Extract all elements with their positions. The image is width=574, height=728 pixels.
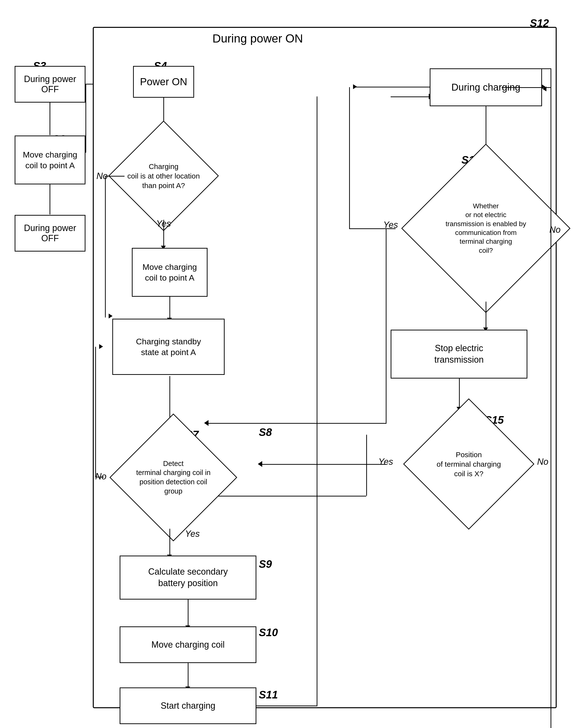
s5-diamond-text: Chargingcoil is at other locationthan po… [127, 162, 200, 190]
arrowhead-s15-yes-to-s7 [258, 461, 262, 467]
arrowhead-s5-no-right [109, 314, 113, 318]
arrow-s9-down [188, 600, 189, 626]
arrow-s3-right [85, 84, 93, 84]
stop-electric-text: Stop electrictransmission [434, 342, 484, 366]
during-power-off-top-box: During power OFF [15, 66, 85, 103]
start-charging-box: Start charging [120, 687, 256, 724]
arrow-s11-right [256, 705, 317, 706]
arrow-yes-to-charging [353, 87, 430, 87]
arrow-s5-no-down [105, 176, 106, 318]
arrow-s3-down [85, 84, 86, 153]
move-coil-s6-box: Move chargingcoil to point A [132, 248, 208, 297]
s7-diamond-text: Detectterminal charging coil inposition … [134, 459, 212, 496]
arrow-s6-down [169, 297, 170, 319]
power-on-text: Power ON [140, 76, 187, 88]
s7-yes-label: Yes [185, 529, 200, 539]
arrow-s15-no-left [366, 435, 367, 496]
move-coil-left-box: Move chargingcoil to point A [15, 135, 85, 185]
arrow-s5-yes-down [163, 220, 164, 247]
arrow-s13-yes-left [349, 228, 396, 229]
during-power-off-bottom-box: During power OFF [15, 215, 85, 251]
arrow-s15-no-top-h [486, 68, 550, 69]
arrow-s11-up [317, 96, 317, 706]
arrow-s7-no-up [95, 347, 96, 478]
arrow-s7-yes-down [169, 529, 170, 556]
during-power-off-bottom-text: During power OFF [15, 223, 85, 243]
step-s8: S8 [259, 426, 272, 438]
charging-standby-box: Charging standbystate at point A [112, 319, 224, 375]
arrow-s11-to-charging [391, 96, 430, 97]
arrow-s13-no-down [486, 301, 486, 328]
arrow-s14-down [459, 378, 460, 408]
start-charging-text: Start charging [161, 701, 215, 711]
arrow-s13-left-h [386, 228, 386, 424]
step-s12: S12 [530, 17, 549, 29]
s15-diamond-wrapper: Positionof terminal chargingcoil is X? [386, 408, 552, 520]
arrow-s15-yes-left [259, 464, 386, 465]
s7-no-label: No [95, 471, 107, 482]
s15-yes-label: Yes [378, 457, 393, 467]
arrow-s13-yes-up [349, 87, 350, 228]
arrowhead-s7-no-right [99, 344, 103, 349]
calculate-battery-box: Calculate secondarybattery position [120, 556, 256, 600]
s7-diamond-wrapper: Detectterminal charging coil inposition … [102, 426, 244, 529]
arrow-s15-no-right-vert [550, 68, 551, 464]
move-coil-s6-text: Move chargingcoil to point A [142, 261, 197, 283]
during-power-off-top-text: During power OFF [15, 74, 85, 94]
move-coil-left-text: Move chargingcoil to point A [23, 149, 77, 171]
step-s9: S9 [259, 558, 272, 570]
charging-standby-text: Charging standbystate at point A [136, 336, 201, 358]
arrow-s15-no-right [550, 464, 551, 728]
stop-electric-box: Stop electrictransmission [391, 330, 527, 378]
arrowhead-no-right-to-charging2 [541, 84, 545, 89]
step-s10: S10 [259, 626, 278, 639]
arrowhead-s13-to-standby [204, 420, 208, 426]
move-coil-s10-text: Move charging coil [151, 640, 224, 650]
s13-diamond-wrapper: Whetheror not electrictransmission is en… [396, 155, 574, 301]
move-coil-s10-box: Move charging coil [120, 626, 256, 663]
s15-diamond-text: Positionof terminal chargingcoil is X? [427, 450, 510, 478]
s15-no-label: No [537, 457, 548, 467]
during-power-on-label: During power ON [212, 32, 303, 45]
arrow-s13-left-bottom [205, 423, 386, 424]
arrow-s10-down [188, 663, 189, 687]
step-s11: S11 [259, 689, 278, 701]
arrow-s5-no-left [105, 176, 125, 176]
power-on-box: Power ON [133, 66, 194, 98]
arrow-s7-no [95, 477, 104, 478]
calculate-battery-text: Calculate secondarybattery position [148, 566, 228, 589]
s13-diamond-text: Whetheror not electrictransmission is en… [435, 202, 537, 255]
